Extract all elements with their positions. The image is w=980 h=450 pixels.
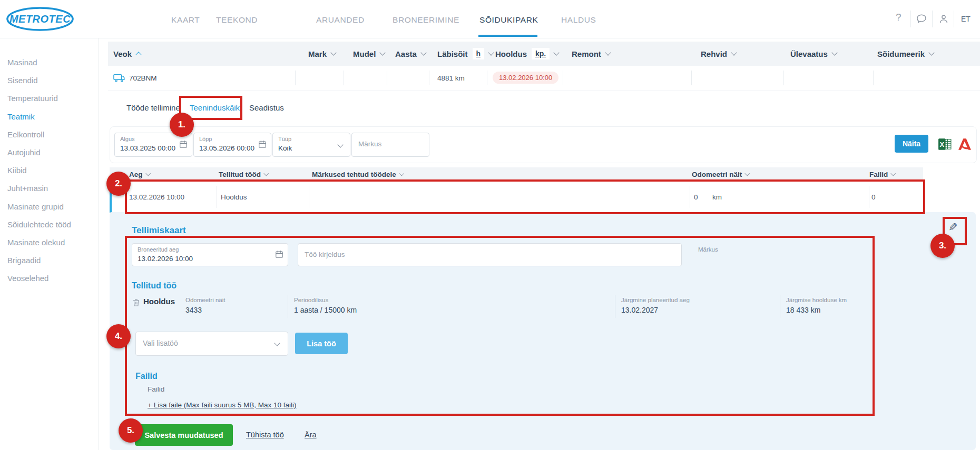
sidebar-item-brigaadid[interactable]: Brigaadid — [7, 256, 41, 265]
export-pdf-icon[interactable] — [958, 137, 972, 151]
work-description-field[interactable] — [298, 243, 682, 266]
column-header-mudel[interactable]: Mudel — [353, 42, 385, 66]
sidebar-item-autojuhid[interactable]: Autojuhid — [7, 148, 41, 157]
select-placeholder: Vali lisatöö — [143, 339, 178, 347]
column-header-mark[interactable]: Mark — [308, 42, 336, 66]
cell-divider — [783, 71, 784, 85]
field-label: Broneeritud aeg — [138, 246, 179, 253]
service-row-files-count: 0 — [871, 193, 876, 201]
sidebar-item-veoselehed[interactable]: Veoselehed — [7, 274, 48, 283]
next-planned-label: Järgmine planeeritud aeg — [621, 297, 690, 303]
chevron-down-icon — [731, 49, 737, 55]
vehicle-row[interactable]: 702BNM 4881 km 13.02.2026 10:00 — [108, 66, 980, 91]
column-label: Sõidumeerik — [877, 49, 925, 58]
sidebar-item-masinate-olekud[interactable]: Masinate olekud — [7, 238, 65, 247]
column-header-failid[interactable]: Failid — [869, 167, 895, 182]
cell-divider — [487, 71, 487, 85]
column-header-labisoit[interactable]: Läbisõit h — [437, 42, 493, 66]
calendar-icon[interactable] — [258, 140, 267, 148]
column-header-markused[interactable]: Märkused tehtud töödele — [312, 167, 403, 182]
column-header-odomeetri-nait[interactable]: Odomeetri näit — [692, 167, 749, 182]
column-header-tellitud-tood[interactable]: Tellitud tööd — [219, 167, 268, 182]
nav-item-aruanded[interactable]: ARUANDED — [316, 15, 365, 25]
cell-divider — [309, 186, 309, 208]
sidebar-item-kiibid[interactable]: Kiibid — [7, 166, 27, 175]
service-row-selected[interactable]: 13.02.2026 10:00 Hooldus 0 km 0 — [110, 182, 925, 213]
cell-divider — [344, 71, 344, 85]
metrotec-logo[interactable]: METROTEC — [5, 6, 75, 32]
column-header-rehvid[interactable]: Rehvid — [701, 42, 736, 66]
note-filter-input[interactable] — [357, 139, 423, 148]
column-header-veok[interactable]: Veok — [113, 42, 141, 66]
tab-teeninduskaik[interactable]: Teeninduskäik — [190, 103, 240, 112]
user-icon[interactable] — [938, 13, 949, 25]
column-header-soidumeerik[interactable]: Sõidumeerik — [877, 42, 934, 66]
booked-time-field[interactable]: Broneeritud aeg 13.02.2026 10:00 — [132, 243, 288, 266]
add-files-link[interactable]: + Lisa faile (Max faili suurus 5 MB, Max… — [148, 401, 296, 409]
chevron-down-icon — [420, 49, 426, 55]
vehicle-mileage: 4881 km — [437, 74, 465, 82]
chevron-down-icon — [831, 49, 837, 55]
column-label: Mark — [308, 49, 327, 58]
column-header-aeg[interactable]: Aeg — [129, 167, 150, 182]
sidebar-item-soidulehtede-tood[interactable]: Sõidulehtede tööd — [7, 220, 71, 229]
chevron-down-icon — [274, 340, 280, 346]
column-header-remont[interactable]: Remont — [572, 42, 610, 66]
start-date-field[interactable]: Algus 13.03.2025 00:00 — [114, 133, 192, 157]
add-work-button[interactable]: Lisa töö — [295, 333, 348, 354]
trash-icon[interactable] — [133, 298, 140, 307]
nav-item-broneerimine[interactable]: BRONEERIMINE — [393, 15, 459, 25]
chevron-down-icon — [330, 49, 336, 55]
edit-pencil-icon[interactable]: ✎ — [948, 221, 958, 234]
column-label: Tellitud tööd — [219, 171, 261, 178]
sidebar-item-eelkontroll[interactable]: Eelkontroll — [7, 130, 44, 139]
logo-text: METROTEC — [9, 13, 71, 25]
nav-item-kaart[interactable]: KAART — [171, 15, 200, 25]
labisoit-unit-link[interactable]: h — [473, 48, 485, 59]
tab-toode-tellimine[interactable]: Tööde tellimine — [126, 103, 180, 112]
calendar-icon[interactable] — [179, 140, 188, 148]
language-selector[interactable]: ET — [961, 15, 971, 23]
nav-item-teekond[interactable]: TEEKOND — [216, 15, 258, 25]
sidebar-item-temperatuurid[interactable]: Temperatuurid — [7, 94, 58, 103]
cancel-work-link[interactable]: Tühista töö — [246, 431, 284, 439]
column-label: Failid — [869, 171, 888, 178]
sidebar-item-sisendid[interactable]: Sisendid — [7, 76, 38, 85]
column-header-ulevaatus[interactable]: Ülevaatus — [790, 42, 837, 66]
help-icon[interactable]: ? — [896, 12, 901, 23]
column-header-hooldus[interactable]: Hooldus kp. — [495, 42, 558, 66]
type-select[interactable]: Tüüp Kõik — [272, 133, 350, 157]
away-link[interactable]: Ära — [305, 431, 317, 439]
hooldus-date-link[interactable]: kp. — [532, 48, 550, 59]
show-button[interactable]: Näita — [895, 135, 928, 153]
note-filter-field[interactable] — [351, 133, 429, 157]
tab-seadistus[interactable]: Seadistus — [249, 103, 284, 112]
calendar-icon[interactable] — [275, 250, 283, 258]
svg-text:X: X — [939, 141, 944, 148]
work-description-input[interactable] — [303, 250, 669, 259]
export-excel-icon[interactable]: X — [938, 137, 952, 151]
sidebar-item-masinad[interactable]: Masinad — [7, 58, 37, 67]
nav-item-soidukipark[interactable]: SÕIDUKIPARK — [479, 15, 538, 25]
chat-icon[interactable] — [916, 13, 927, 25]
sidebar: Masinad Sisendid Temperatuurid Teatmik E… — [0, 38, 99, 450]
sidebar-item-juht-masin[interactable]: Juht+masin — [7, 184, 48, 193]
work-item-name: Hooldus — [143, 297, 175, 306]
sidebar-item-teatmik[interactable]: Teatmik — [7, 112, 35, 121]
cell-divider — [217, 186, 217, 208]
column-label: Läbisõit — [437, 49, 468, 58]
extra-work-select[interactable]: Vali lisatöö — [135, 332, 288, 356]
nav-divider — [932, 11, 933, 27]
vehicle-plate: 702BNM — [129, 74, 157, 82]
chevron-down-icon — [264, 171, 269, 176]
service-row-odometer-unit: km — [712, 193, 722, 201]
column-label: Remont — [572, 49, 601, 58]
nav-item-haldus[interactable]: HALDUS — [561, 15, 596, 25]
end-date-field[interactable]: Lõpp 13.05.2026 00:00 — [193, 133, 271, 157]
save-changes-button[interactable]: Salvesta muudatused — [135, 424, 233, 446]
column-header-aasta[interactable]: Aasta — [395, 42, 426, 66]
files-section-title: Failid — [135, 372, 158, 381]
sidebar-item-masinate-grupid[interactable]: Masinate grupid — [7, 202, 64, 211]
cell-divider — [615, 295, 615, 318]
field-value: 13.03.2025 00:00 — [120, 144, 175, 152]
